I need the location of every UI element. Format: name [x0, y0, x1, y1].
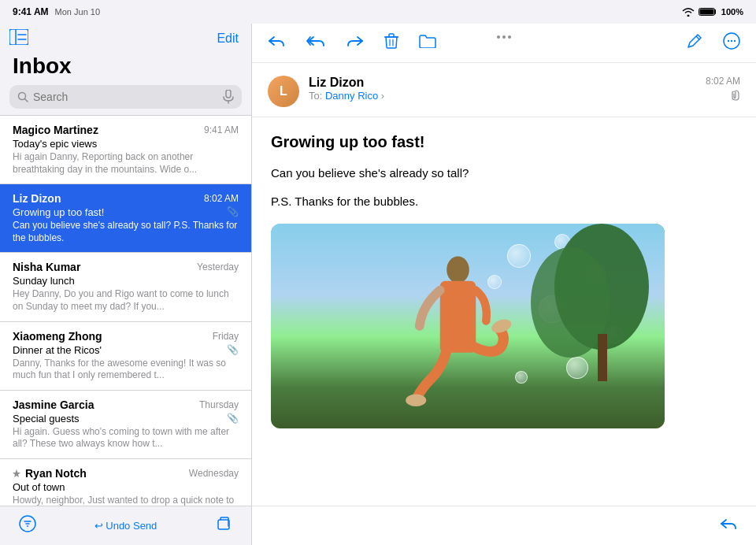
- app-container: Edit Inbox Magico Martinez 9:41 AM: [0, 24, 756, 545]
- undo-send-label: ↩ Undo Send: [94, 520, 158, 532]
- sender-4: Xiaomeng Zhong: [13, 330, 102, 343]
- detail-time: 8:02 AM: [706, 76, 740, 87]
- preview-6: Howdy, neighbor, Just wanted to drop a q…: [13, 495, 239, 506]
- sidebar-toggle-button[interactable]: [9, 29, 28, 49]
- svg-line-17: [696, 36, 699, 39]
- mail-item-3[interactable]: Nisha Kumar Yesterday Sunday lunch Hey D…: [0, 253, 251, 321]
- stack-button[interactable]: [212, 512, 235, 539]
- subject-4: Dinner at the Ricos': [13, 344, 239, 356]
- dot-2: [502, 35, 506, 39]
- sender-6: Ryan Notch: [13, 467, 87, 480]
- filter-button[interactable]: [16, 512, 39, 539]
- mail-item-1[interactable]: Magico Martinez 9:41 AM Today's epic vie…: [0, 115, 251, 184]
- detail-reply-button[interactable]: [717, 513, 740, 538]
- mail-item-2[interactable]: Liz Dizon 8:02 AM Growing up too fast! C…: [0, 184, 251, 253]
- time-6: Wednesday: [189, 468, 239, 479]
- bubble-3: [586, 265, 606, 284]
- svg-point-21: [734, 40, 736, 42]
- email-subject: Growing up too fast!: [271, 133, 737, 151]
- folder-icon: [419, 34, 436, 48]
- status-bar: 9:41 AM Mon Jun 10 100%: [0, 0, 756, 24]
- mail-item-5[interactable]: Jasmine Garcia Thursday Special guests H…: [0, 391, 251, 459]
- bubble-6: [606, 326, 623, 343]
- sender-5: Jasmine Garcia: [13, 399, 94, 411]
- trash-button[interactable]: [381, 30, 402, 56]
- compose-icon: [687, 33, 702, 49]
- search-bar[interactable]: [9, 85, 242, 109]
- svg-rect-8: [226, 90, 231, 98]
- mail-item-4[interactable]: Xiaomeng Zhong Friday Dinner at the Rico…: [0, 322, 251, 391]
- reply-back-icon: [268, 34, 285, 48]
- time-2: 8:02 AM: [204, 193, 239, 204]
- status-date: Mon Jun 10: [55, 7, 100, 17]
- svg-point-19: [728, 40, 729, 42]
- forward-icon: [346, 34, 364, 48]
- detail-time-attachment: 8:02 AM: [706, 76, 740, 101]
- image-content: [271, 224, 665, 428]
- trash-icon: [384, 33, 398, 49]
- status-right: 100%: [682, 7, 743, 17]
- search-icon: [17, 91, 28, 102]
- email-body-2: P.S. Thanks for the bubbles.: [271, 192, 737, 211]
- sidebar-icon: [9, 29, 28, 45]
- wifi-icon: [682, 7, 695, 17]
- sender-1: Magico Martinez: [13, 124, 98, 136]
- reply-all-button[interactable]: [302, 31, 329, 55]
- detail-attachment-icon: [731, 90, 740, 101]
- preview-3: Hey Danny, Do you and Rigo want to come …: [13, 288, 239, 313]
- bubble-2: [554, 234, 570, 250]
- folder-button[interactable]: [416, 31, 439, 55]
- undo-send-button[interactable]: ↩ Undo Send: [91, 517, 161, 535]
- time-1: 9:41 AM: [204, 124, 239, 135]
- detail-header: L Liz Dizon To: Danny Rico › 8:02 AM: [252, 63, 756, 117]
- svg-rect-2: [9, 29, 28, 45]
- dot-1: [497, 35, 500, 39]
- email-attachment-image[interactable]: [271, 224, 665, 428]
- svg-point-22: [447, 257, 469, 284]
- edit-button[interactable]: Edit: [213, 28, 242, 49]
- svg-point-25: [406, 394, 426, 406]
- sender-2: Liz Dizon: [13, 192, 61, 205]
- toolbar-right: [684, 29, 743, 57]
- time-3: Yesterday: [197, 261, 239, 272]
- svg-point-20: [731, 40, 732, 42]
- mic-icon[interactable]: [223, 90, 234, 104]
- time-4: Friday: [213, 331, 239, 342]
- list-bottom-bar: ↩ Undo Send: [0, 506, 251, 545]
- status-time: 9:41 AM: [13, 6, 49, 17]
- mail-item-6[interactable]: Ryan Notch Wednesday Out of town Howdy, …: [0, 459, 251, 506]
- compose-button[interactable]: [684, 30, 706, 56]
- reply-all-icon: [306, 34, 326, 48]
- svg-rect-28: [598, 334, 607, 381]
- inbox-title: Inbox: [0, 54, 251, 79]
- detail-recipient[interactable]: Danny Rico: [325, 90, 378, 102]
- preview-5: Hi again. Guess who's coming to town wit…: [13, 426, 239, 450]
- detail-to: To: Danny Rico ›: [309, 90, 696, 102]
- subject-6: Out of town: [13, 481, 239, 493]
- detail-dots: [497, 35, 511, 39]
- reply-back-button[interactable]: [265, 31, 288, 55]
- more-button[interactable]: [720, 29, 743, 57]
- attachment-icon-5: 📎: [227, 413, 239, 424]
- dot-3: [508, 35, 511, 39]
- subject-5: Special guests: [13, 413, 239, 425]
- attachment-icon-4: 📎: [227, 344, 239, 355]
- svg-line-7: [25, 99, 28, 102]
- subject-1: Today's epic views: [13, 138, 239, 150]
- attachment-icon-2: 📎: [227, 206, 239, 217]
- pin-icon: [13, 469, 20, 477]
- sender-avatar: L: [268, 76, 299, 107]
- preview-4: Danny, Thanks for the awesome evening! I…: [13, 358, 239, 382]
- email-detail-panel: L Liz Dizon To: Danny Rico › 8:02 AM Gro…: [252, 24, 756, 545]
- subject-2: Growing up too fast!: [13, 206, 239, 218]
- more-icon: [723, 32, 740, 50]
- subject-3: Sunday lunch: [13, 275, 239, 287]
- preview-2: Can you believe she's already so tall? P…: [13, 220, 239, 244]
- toolbar-left: [265, 30, 439, 56]
- battery-pct: 100%: [721, 7, 743, 17]
- search-input[interactable]: [33, 91, 218, 103]
- sender-info: Liz Dizon To: Danny Rico ›: [309, 76, 696, 102]
- preview-1: Hi again Danny, Reporting back on anothe…: [13, 151, 239, 176]
- stack-icon: [215, 515, 232, 532]
- forward-button[interactable]: [343, 31, 367, 55]
